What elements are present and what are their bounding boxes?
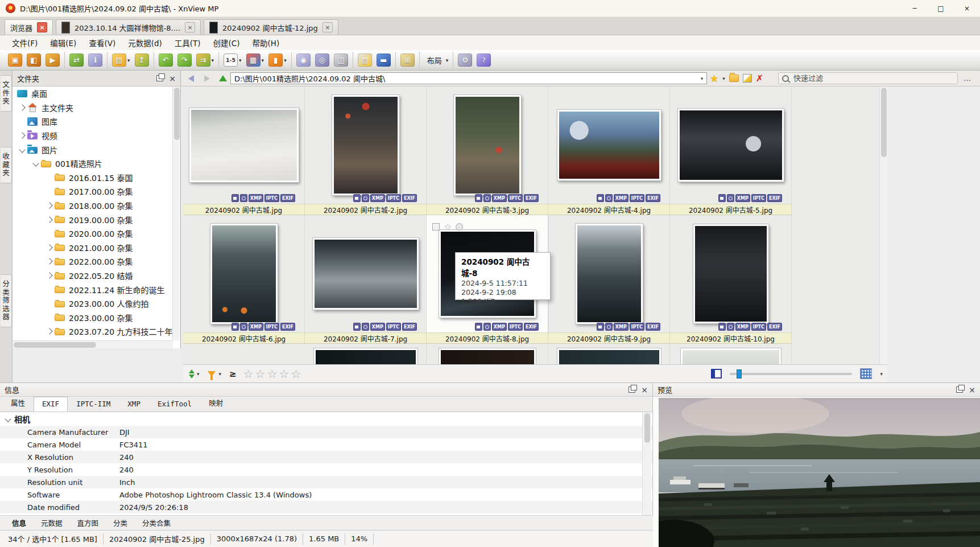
tree-vscroll-thumb[interactable] (174, 88, 180, 140)
maximize-button[interactable]: □ (928, 0, 954, 17)
tree-item[interactable]: 001精选照片 (13, 157, 180, 171)
float-panel-icon[interactable] (156, 75, 163, 81)
new-folder-icon[interactable] (729, 75, 739, 82)
info-close-icon[interactable]: × (641, 387, 648, 393)
tree-item[interactable]: 2023.00.00 杂集 (13, 311, 180, 325)
menu-item[interactable]: 工具(T) (168, 35, 207, 50)
thumbnail-cell-partial[interactable] (548, 344, 670, 364)
filter-star-icon[interactable]: ☆ (255, 368, 266, 380)
document-tab[interactable]: 2023.10.14 大圆祥博物馆-8....× (56, 19, 201, 35)
filter-star-icon[interactable]: ☆ (279, 368, 289, 380)
favorites-dropdown-icon[interactable]: ▾ (722, 76, 725, 81)
tree-item[interactable]: 2017.00.00 杂集 (13, 184, 180, 199)
tree-item[interactable]: 2022.00.00 杂集 (13, 254, 180, 269)
tree-item[interactable]: 2016.01.15 泰国 (13, 171, 180, 185)
edit-path-icon[interactable] (743, 74, 752, 83)
open-folder-dropdown-icon[interactable]: ▾ (127, 57, 130, 63)
forward-button[interactable] (200, 72, 214, 85)
export-button[interactable]: ↥ (134, 53, 150, 67)
tree-expander[interactable] (17, 133, 27, 138)
photo-thumbnail[interactable] (678, 109, 784, 182)
thumbnail-cell[interactable]: XMPIPTCEXIF (427, 87, 548, 204)
thumbnail-cell[interactable]: XMPIPTCEXIF (548, 215, 670, 332)
thumbnail-cell[interactable]: XMPIPTCEXIF (670, 87, 792, 204)
file-info-button[interactable]: ℹ (87, 53, 104, 67)
photo-thumbnail[interactable] (693, 224, 768, 323)
close-button[interactable]: × (954, 0, 980, 17)
filter-star-icon[interactable]: ☆ (267, 368, 278, 380)
bottom-tab-信息[interactable]: 信息 (5, 517, 34, 528)
tree-expander[interactable] (44, 259, 55, 264)
thumbnail-cell[interactable]: XMPIPTCEXIF (305, 87, 427, 204)
minimize-button[interactable]: ─ (902, 0, 928, 17)
tree-item[interactable]: 2018.00.00 杂集 (13, 199, 180, 213)
preview-float-icon[interactable] (956, 386, 963, 393)
thumbnail-cell-partial[interactable] (305, 344, 427, 364)
tree-item[interactable]: 2019.00.00 杂集 (13, 212, 180, 227)
tree-vertical-scrollbar[interactable] (172, 87, 180, 340)
photo-thumbnail[interactable] (454, 95, 521, 195)
thumbnail-cell-partial[interactable] (670, 344, 792, 364)
photo-thumbnail[interactable] (576, 224, 643, 324)
convert-button[interactable]: ⇄ (68, 53, 85, 67)
rotate-right-button[interactable]: ↷ (176, 53, 193, 67)
bookmark-dropdown-icon[interactable]: ▾ (284, 57, 287, 63)
thumbnail-size-slider[interactable] (730, 373, 852, 375)
photo-thumbnail[interactable] (332, 95, 399, 195)
tree-horizontal-scrollbar[interactable] (13, 340, 173, 348)
photo-thumbnail[interactable] (557, 348, 661, 364)
tab-close-icon[interactable]: × (185, 22, 195, 32)
thumbnail-cell[interactable]: XMPIPTCEXIF (548, 87, 670, 204)
scan-button[interactable]: ▬ (375, 53, 392, 67)
menu-item[interactable]: 查看(V) (82, 35, 122, 50)
tree-expander[interactable] (17, 147, 27, 152)
rating-stars[interactable]: ☆☆☆☆☆ (243, 368, 301, 380)
info-tab-iptc-iim[interactable]: IPTC-IIM (68, 397, 119, 412)
sort-range-button[interactable]: 1-5▾ (222, 53, 243, 67)
select-checkbox[interactable] (432, 223, 440, 231)
side-tab-1[interactable]: 文件夹 (1, 75, 12, 112)
open-folder-button[interactable]: ▤▾ (111, 53, 131, 67)
photo-thumbnail[interactable] (189, 108, 299, 182)
favorites-star-icon[interactable]: ★ (710, 73, 718, 84)
document-tab[interactable]: 浏览器× (5, 19, 53, 35)
tree-item[interactable]: 桌面 (13, 87, 180, 101)
thumbnail-cell[interactable]: XMPIPTCEXIF (183, 87, 305, 204)
tree-item[interactable]: 图片 (13, 142, 180, 157)
tree-item[interactable]: 2021.00.00 杂集 (13, 241, 180, 255)
photo-thumbnail[interactable] (314, 348, 417, 364)
batch-convert-dropdown-icon[interactable]: ▾ (212, 57, 214, 63)
photo-thumbnail[interactable] (210, 224, 278, 324)
bottom-tab-分类[interactable]: 分类 (106, 517, 135, 528)
thumbnail-cell[interactable]: XMPIPTCEXIF (670, 215, 792, 332)
sort-range-dropdown-icon[interactable]: ▾ (239, 57, 242, 63)
up-button[interactable] (216, 72, 230, 85)
tree-expander[interactable] (44, 217, 55, 222)
delete-icon[interactable]: ✗ (756, 73, 763, 84)
view-grid-icon[interactable] (860, 368, 872, 379)
copy-structure-button[interactable]: ⊞ (399, 53, 416, 67)
filter-funnel-icon[interactable] (208, 371, 216, 377)
menu-item[interactable]: 编辑(E) (44, 35, 82, 50)
view-mode-button[interactable]: ▦▾ (245, 53, 266, 67)
browser-vertical-scrollbar[interactable] (879, 87, 887, 364)
filter-dropdown-icon[interactable]: ▾ (219, 371, 222, 377)
side-tab-3[interactable]: 分类筛选器 (1, 274, 12, 327)
info-vscroll-thumb[interactable] (644, 413, 650, 443)
tree-item[interactable]: 视频 (13, 129, 180, 143)
filter-star-icon[interactable]: ☆ (243, 368, 254, 380)
bookmark-button[interactable]: ▮▾ (267, 53, 288, 67)
print-button[interactable]: ▤ (357, 53, 373, 67)
info-float-icon[interactable] (628, 386, 635, 393)
viewer-button[interactable]: ▣ (7, 53, 23, 67)
photo-thumbnail[interactable] (439, 348, 536, 364)
slider-thumb[interactable] (737, 369, 742, 379)
thumbnail-cell-partial[interactable] (427, 344, 548, 364)
tree-item[interactable]: 2022.05.20 结婚 (13, 269, 180, 283)
tree-expander[interactable] (44, 273, 55, 278)
slideshow-button[interactable]: ▶ (44, 53, 61, 67)
tree-item[interactable]: 2023.00.00 人像约拍 (13, 297, 180, 311)
tree-expander[interactable] (17, 105, 27, 110)
menu-item[interactable]: 文件(F) (6, 35, 44, 50)
tree-item[interactable]: 2020.00.00 杂集 (13, 227, 180, 241)
